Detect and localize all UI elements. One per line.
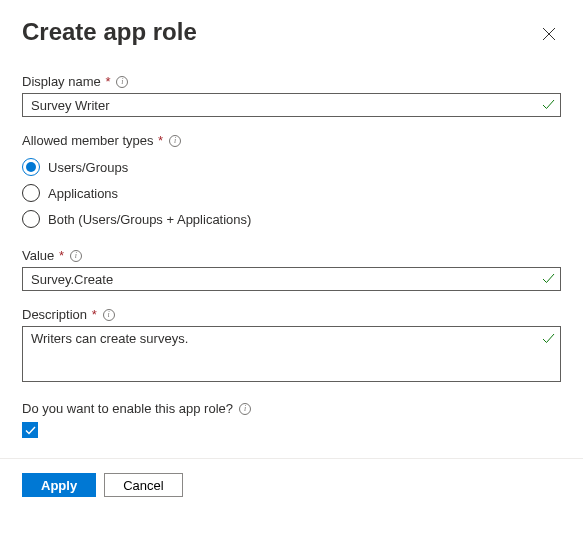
- checkmark-icon: [25, 425, 36, 436]
- label-text: Display name: [22, 74, 101, 89]
- required-mark: *: [155, 133, 164, 148]
- checkbox-row: [22, 422, 561, 438]
- input-wrap: [22, 93, 561, 117]
- radio-label: Applications: [48, 186, 118, 201]
- label-text: Allowed member types: [22, 133, 154, 148]
- radio-icon: [22, 158, 40, 176]
- description-input[interactable]: [22, 326, 561, 382]
- info-icon[interactable]: i: [169, 135, 181, 147]
- value-field: Value * i: [22, 248, 561, 291]
- checkmark-icon: [542, 98, 555, 114]
- panel-header: Create app role: [22, 18, 561, 46]
- display-name-input[interactable]: [22, 93, 561, 117]
- radio-icon: [22, 184, 40, 202]
- enable-checkbox[interactable]: [22, 422, 38, 438]
- enable-field: Do you want to enable this app role? i: [22, 401, 561, 438]
- radio-applications[interactable]: Applications: [22, 180, 561, 206]
- description-field: Description * i: [22, 307, 561, 385]
- member-types-radio-group: Users/Groups Applications Both (Users/Gr…: [22, 154, 561, 232]
- value-input[interactable]: [22, 267, 561, 291]
- enable-label: Do you want to enable this app role?: [22, 401, 233, 416]
- radio-label: Both (Users/Groups + Applications): [48, 212, 251, 227]
- field-label-row: Do you want to enable this app role? i: [22, 401, 561, 416]
- label-text: Description: [22, 307, 87, 322]
- radio-label: Users/Groups: [48, 160, 128, 175]
- member-types-label: Allowed member types *: [22, 133, 163, 148]
- close-button[interactable]: [537, 22, 561, 46]
- input-wrap: [22, 267, 561, 291]
- page-title: Create app role: [22, 18, 197, 46]
- info-icon[interactable]: i: [239, 403, 251, 415]
- close-icon: [542, 27, 556, 41]
- checkmark-icon: [542, 272, 555, 288]
- display-name-field: Display name * i: [22, 74, 561, 117]
- display-name-label: Display name *: [22, 74, 110, 89]
- radio-users-groups[interactable]: Users/Groups: [22, 154, 561, 180]
- info-icon[interactable]: i: [116, 76, 128, 88]
- radio-both[interactable]: Both (Users/Groups + Applications): [22, 206, 561, 232]
- field-label-row: Display name * i: [22, 74, 561, 89]
- member-types-field: Allowed member types * i Users/Groups Ap…: [22, 133, 561, 232]
- field-label-row: Description * i: [22, 307, 561, 322]
- value-label: Value *: [22, 248, 64, 263]
- apply-button[interactable]: Apply: [22, 473, 96, 497]
- checkmark-icon: [542, 332, 555, 348]
- create-app-role-panel: Create app role Display name * i Allowed…: [0, 0, 583, 438]
- field-label-row: Value * i: [22, 248, 561, 263]
- required-mark: *: [55, 248, 64, 263]
- info-icon[interactable]: i: [70, 250, 82, 262]
- info-icon[interactable]: i: [103, 309, 115, 321]
- input-wrap: [22, 326, 561, 385]
- radio-icon: [22, 210, 40, 228]
- description-label: Description *: [22, 307, 97, 322]
- required-mark: *: [102, 74, 111, 89]
- required-mark: *: [88, 307, 97, 322]
- label-text: Value: [22, 248, 54, 263]
- panel-footer: Apply Cancel: [0, 459, 583, 515]
- cancel-button[interactable]: Cancel: [104, 473, 182, 497]
- field-label-row: Allowed member types * i: [22, 133, 561, 148]
